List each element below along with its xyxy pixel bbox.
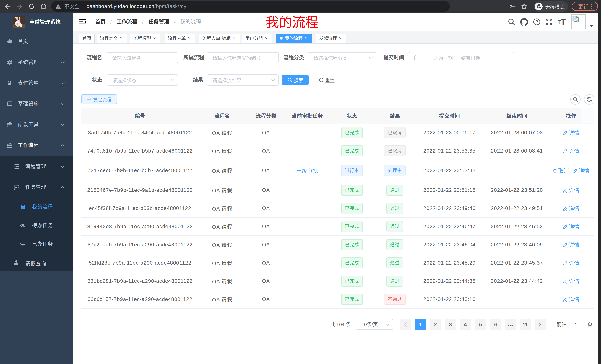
svg-text:?: ?: [535, 19, 538, 24]
